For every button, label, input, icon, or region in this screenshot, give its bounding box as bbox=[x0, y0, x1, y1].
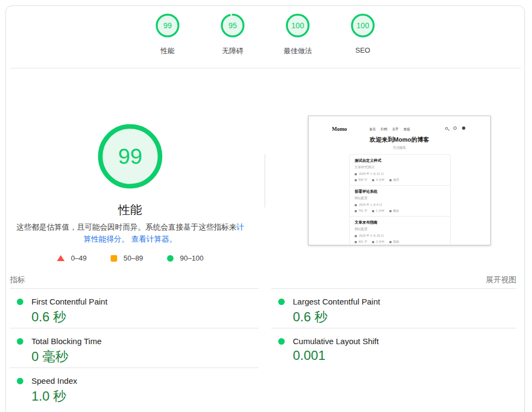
post-words: 500 字 bbox=[358, 178, 367, 182]
post-title: 测试自定义样式 bbox=[355, 158, 445, 163]
metric-cls: Cumulative Layout Shift 0.001 bbox=[271, 328, 516, 367]
edit-icon bbox=[355, 179, 357, 181]
clock-icon bbox=[372, 179, 374, 181]
seo-gauge-icon: 100 bbox=[351, 14, 375, 37]
thumb-header: Momo 首页 归档 关于 友链 bbox=[309, 126, 490, 134]
gauge-label: 无障碍 bbox=[222, 46, 243, 56]
post-meta-row: 500 字 3 分钟 测试 bbox=[355, 178, 445, 182]
performance-description: 这些都是估算值，且可能会因时而异。系统会直接基于这些指标来计算性能得分。 查看计… bbox=[15, 221, 245, 245]
performance-gauge-icon: 99 bbox=[156, 14, 180, 37]
metric-value: 1.0 秒 bbox=[31, 388, 259, 405]
metric-value: 0 毫秒 bbox=[31, 348, 259, 365]
thumb-heading: 欢迎来到Momo的博客 bbox=[309, 136, 490, 144]
clock-icon bbox=[372, 241, 374, 243]
legend-fail: 0–49 bbox=[57, 254, 87, 262]
theme-icon bbox=[453, 126, 457, 130]
thumb-subheading: 生活随笔 bbox=[309, 145, 490, 150]
legend-label: 90–100 bbox=[180, 254, 203, 262]
red-triangle-icon bbox=[57, 255, 65, 261]
calendar-icon bbox=[355, 235, 357, 237]
post-readtime: 2 分钟 bbox=[376, 240, 384, 244]
pass-dot-icon bbox=[17, 338, 23, 345]
lighthouse-report-page: 99 性能 95 无障碍 100 最佳做法 100 SEO bbox=[0, 0, 532, 412]
gauge-seo[interactable]: 100 SEO bbox=[330, 14, 395, 56]
description-text: 这些都是估算值，且可能会因时而异。系统会直接基于这些指标来 bbox=[16, 223, 236, 231]
gauge-label: SEO bbox=[355, 46, 370, 54]
thumb-nav-item: 归档 bbox=[381, 127, 387, 132]
thumb-header-icons bbox=[445, 126, 465, 130]
category-gauges-row: 99 性能 95 无障碍 100 最佳做法 100 SEO bbox=[5, 14, 525, 56]
thumb-nav-item: 友链 bbox=[403, 127, 410, 132]
post-meta-row: 401 字 2 分钟 指南 bbox=[355, 240, 445, 244]
post-date: 2025 年 3 月 29 日 bbox=[359, 234, 384, 238]
post-date-row: 2025 年 1 月 22 日 bbox=[355, 172, 445, 176]
expand-view-button[interactable]: 展开视图 bbox=[486, 275, 516, 285]
pass-dot-icon bbox=[17, 378, 23, 384]
post-readtime: 1 分钟 bbox=[376, 209, 384, 213]
vertical-divider bbox=[265, 154, 265, 207]
gauge-score: 95 bbox=[221, 14, 245, 37]
tag-icon bbox=[389, 241, 392, 243]
metric-name: Speed Index bbox=[31, 376, 77, 385]
post-words: 751 字 bbox=[358, 209, 367, 213]
post-date: 2025 年 1 月 8 日 bbox=[359, 203, 382, 207]
metric-name: Cumulative Layout Shift bbox=[293, 337, 379, 346]
thumb-nav-item: 首页 bbox=[369, 127, 376, 132]
best-practices-gauge-icon: 100 bbox=[286, 14, 310, 37]
metric-value: 0.6 秒 bbox=[293, 308, 516, 326]
thumb-post-card: 文章发布指南 网站配置 2025 年 3 月 29 日 401 字 2 分钟 指… bbox=[349, 216, 451, 245]
score-legend: 0–49 50–89 90–100 bbox=[0, 254, 260, 262]
post-tag: 测试 bbox=[393, 178, 399, 182]
gauge-best-practices[interactable]: 100 最佳做法 bbox=[265, 14, 330, 56]
post-title: 文章发布指南 bbox=[355, 220, 445, 225]
pass-dot-icon bbox=[17, 299, 23, 305]
metric-tbt: Total Blocking Time 0 毫秒 bbox=[10, 328, 259, 367]
calculator-link[interactable]: 查看计算器。 bbox=[131, 234, 177, 243]
post-words: 401 字 bbox=[358, 240, 367, 244]
gauge-performance[interactable]: 99 性能 bbox=[135, 14, 200, 56]
metric-name: First Contentful Paint bbox=[31, 297, 107, 306]
orange-square-icon bbox=[111, 255, 117, 262]
tag-icon bbox=[389, 210, 392, 212]
thumb-nav: 首页 归档 关于 友链 bbox=[369, 127, 410, 132]
metric-speed-index: Speed Index 1.0 秒 bbox=[10, 367, 259, 407]
post-subtitle: 文章样式测试 bbox=[355, 165, 445, 170]
post-date: 2025 年 1 月 22 日 bbox=[359, 172, 384, 176]
metric-lcp: Largest Contentful Paint 0.6 秒 bbox=[271, 288, 516, 328]
legend-label: 50–89 bbox=[124, 254, 143, 262]
thumb-site-logo: Momo bbox=[332, 126, 347, 132]
legend-average: 50–89 bbox=[111, 254, 143, 262]
performance-score-gauge: 99 bbox=[98, 124, 163, 189]
page-screenshot-thumbnail[interactable]: Momo 首页 归档 关于 友链 欢迎来到Momo的博客 生活随笔 测试自定义样… bbox=[308, 116, 491, 245]
post-title: 部署评论系统 bbox=[355, 189, 445, 194]
post-date-row: 2025 年 1 月 8 日 bbox=[355, 203, 445, 207]
metric-value: 0.001 bbox=[293, 348, 516, 363]
edit-icon bbox=[355, 210, 357, 212]
legend-label: 0–49 bbox=[71, 254, 87, 262]
post-tag: 教程 bbox=[393, 209, 399, 213]
calendar-icon bbox=[355, 204, 357, 206]
post-subtitle: 网站配置 bbox=[355, 196, 445, 201]
post-tag: 指南 bbox=[393, 240, 399, 244]
post-date-row: 2025 年 3 月 29 日 bbox=[355, 234, 445, 238]
green-circle-icon bbox=[167, 255, 174, 262]
legend-pass: 90–100 bbox=[167, 254, 203, 262]
gauge-accessibility[interactable]: 95 无障碍 bbox=[200, 14, 265, 56]
metrics-column-right: Largest Contentful Paint 0.6 秒 Cumulativ… bbox=[271, 288, 516, 367]
thumb-post-card: 测试自定义样式 文章样式测试 2025 年 1 月 22 日 500 字 3 分… bbox=[349, 154, 451, 186]
metric-fcp: First Contentful Paint 0.6 秒 bbox=[10, 288, 259, 328]
tag-icon bbox=[389, 179, 392, 181]
menu-icon bbox=[462, 126, 465, 130]
calendar-icon bbox=[355, 173, 357, 175]
metric-name: Largest Contentful Paint bbox=[293, 297, 380, 306]
clock-icon bbox=[372, 210, 374, 212]
performance-score-value: 99 bbox=[98, 124, 163, 189]
post-subtitle: 网站配置 bbox=[355, 227, 445, 232]
performance-title: 性能 bbox=[0, 202, 260, 218]
metrics-column-left: First Contentful Paint 0.6 秒 Total Block… bbox=[10, 288, 259, 407]
gauge-score: 100 bbox=[351, 14, 375, 37]
metric-value: 0.6 秒 bbox=[31, 308, 259, 326]
post-meta-row: 751 字 1 分钟 教程 bbox=[355, 209, 445, 213]
thumb-nav-item: 关于 bbox=[392, 127, 399, 132]
pass-dot-icon bbox=[278, 299, 285, 305]
